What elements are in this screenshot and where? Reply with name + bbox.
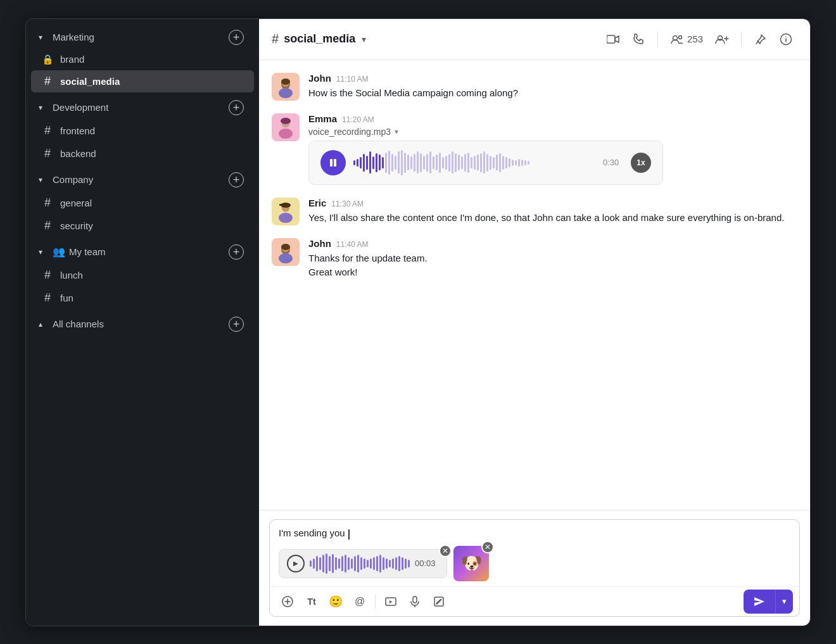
add-channel-all-icon[interactable]: + [229,317,244,332]
channel-name-general: general [60,198,92,208]
attachment-duration: 00:03 [415,559,439,568]
waveform [353,151,595,174]
message-john-2: John 11:40 AM Thanks for the update team… [272,238,797,280]
message-author-eric: Eric [308,198,326,208]
sidebar-item-fun[interactable]: # fun [31,287,254,309]
message-author-emma: Emma [308,113,337,124]
remove-voice-button[interactable]: ✕ [439,545,452,557]
speed-button[interactable]: 1x [631,153,651,173]
voice-player: 0:30 1x [308,141,663,185]
add-channel-my-team-icon[interactable]: + [229,244,244,260]
message-body-john-2: John 11:40 AM Thanks for the update team… [308,238,797,280]
chevron-down-icon: ▾ [39,175,49,184]
voice-duration: 0:30 [603,158,623,167]
add-channel-marketing-icon[interactable]: + [229,30,244,45]
channel-name-security: security [60,220,93,231]
svg-point-5 [785,36,787,37]
send-options-button[interactable]: ▾ [775,590,793,614]
section-header-marketing[interactable]: ▾ Marketing + [31,26,254,49]
mention-button[interactable]: @ [348,590,371,613]
sidebar: ▾ Marketing + 🔒 brand # social_media ▾ D… [26,19,259,626]
hash-icon: # [41,268,54,282]
hash-icon: # [41,291,54,305]
add-channel-company-icon[interactable]: + [229,172,244,187]
input-text: I'm sending you [279,527,790,539]
message-body-emma: Emma 11:20 AM voice_recording.mp3 ▾ 0:30… [308,113,797,185]
avatar-john-2 [272,238,300,266]
voice-file-label[interactable]: voice_recording.mp3 ▾ [308,127,797,137]
sidebar-item-security[interactable]: # security [31,215,254,237]
mic-button[interactable] [403,590,426,613]
svg-rect-30 [434,597,443,606]
section-header-development[interactable]: ▾ Development + [31,96,254,119]
svg-point-8 [279,88,293,98]
edit-button[interactable] [428,590,450,613]
add-attachment-button[interactable] [276,590,299,613]
sidebar-item-frontend[interactable]: # frontend [31,120,254,142]
message-text-john-2: Thanks for the update team.Great work! [308,251,797,280]
image-attachment: 🐶 ✕ [453,546,489,581]
format-text-button[interactable]: Tt [300,590,323,613]
svg-rect-29 [413,597,417,603]
section-header-my-team[interactable]: ▾ 👥 My team + [31,241,254,263]
pause-button[interactable] [320,150,346,175]
header-right: 253 [602,28,797,51]
sidebar-item-general[interactable]: # general [31,192,254,214]
voice-file-chevron-icon: ▾ [395,127,398,136]
media-button[interactable] [379,590,402,613]
section-label-all-channels: All channels [53,319,104,329]
sidebar-item-brand[interactable]: 🔒 brand [31,49,254,70]
chat-header: # social_media ▾ 253 [259,19,810,60]
section-label-company: Company [53,174,93,185]
phone-button[interactable] [627,28,650,51]
section-company: ▾ Company + # general # security [26,167,259,239]
section-label-marketing: Marketing [53,32,94,42]
input-text-row[interactable]: I'm sending you [270,520,799,541]
svg-point-26 [281,244,290,250]
chevron-up-icon: ▴ [39,320,49,329]
avatar-emma [272,113,300,141]
svg-rect-15 [330,159,332,167]
sidebar-item-backend[interactable]: # backend [31,142,254,165]
svg-point-2 [678,35,681,39]
info-button[interactable] [775,28,797,51]
sidebar-item-lunch[interactable]: # lunch [31,264,254,286]
message-time-emma: 11:20 AM [342,115,374,124]
add-member-button[interactable] [711,28,733,51]
team-icon: 👥 [53,246,65,258]
svg-rect-21 [279,204,282,206]
hash-icon: # [41,124,54,137]
header-chevron-icon[interactable]: ▾ [362,34,366,44]
section-label-development: Development [53,102,108,113]
pin-button[interactable] [749,28,772,51]
section-header-company[interactable]: ▾ Company + [31,168,254,191]
section-my-team: ▾ 👥 My team + # lunch # fun [26,239,259,311]
chevron-down-icon: ▾ [39,248,49,256]
svg-point-10 [281,79,290,85]
message-author-john-2: John [308,238,331,249]
svg-point-19 [279,213,293,223]
members-info[interactable]: 253 [666,31,708,47]
section-header-all-channels[interactable]: ▴ All channels + [31,313,254,336]
channel-hash-icon: # [272,32,279,46]
attachment-play-button[interactable]: ▶ [287,555,305,572]
video-button[interactable] [602,28,624,51]
remove-image-button[interactable]: ✕ [481,541,494,553]
channel-name-lunch: lunch [60,270,83,281]
hash-icon: # [41,219,54,232]
channel-name-frontend: frontend [60,125,95,136]
message-eric: Eric 11:30 AM Yes, I'll also share the c… [272,198,797,225]
send-button[interactable] [744,590,775,614]
sidebar-item-social-media[interactable]: # social_media [31,70,254,92]
message-john-1: John 11:10 AM How is the Social Media ca… [272,73,797,101]
message-author-john-1: John [308,73,331,84]
input-area: I'm sending you ▶ 00:03 ✕ 🐶 ✕ [259,510,810,625]
svg-rect-16 [334,159,336,167]
emoji-button[interactable]: 🙂 [324,590,347,613]
chevron-down-icon: ▾ [39,103,49,112]
header-divider-2 [741,32,742,47]
section-all-channels: ▴ All channels + [26,311,259,338]
svg-rect-20 [281,203,291,208]
add-channel-development-icon[interactable]: + [229,100,244,115]
avatar-eric [272,198,300,225]
